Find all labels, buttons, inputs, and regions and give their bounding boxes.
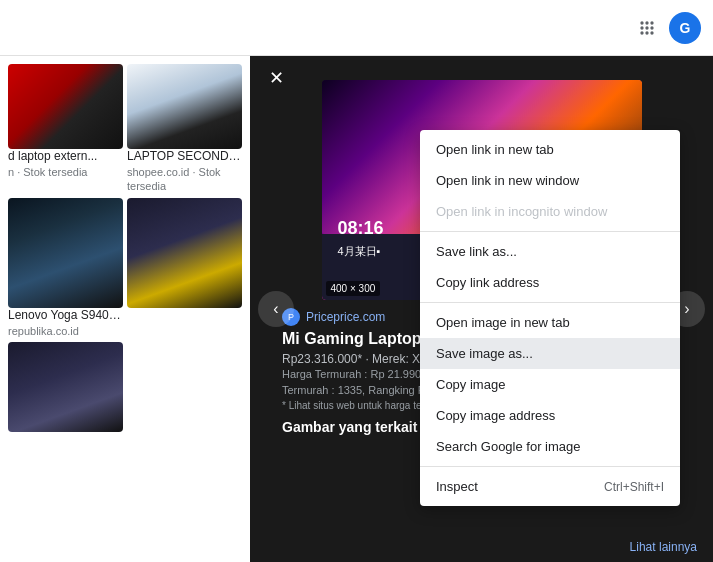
thumb-item-1[interactable]: d laptop extern... n · Stok tersedia <box>8 64 123 194</box>
thumb-row-3 <box>8 342 242 432</box>
thumb-title-3: Lenovo Yoga S940 Meluncur, Laptop de... <box>8 308 123 322</box>
thumb-item-3[interactable]: Lenovo Yoga S940 Meluncur, Laptop de... … <box>8 198 123 338</box>
thumb-row-1: d laptop extern... n · Stok tersedia LAP… <box>8 64 242 194</box>
laptop-thumb-img-2 <box>127 64 242 149</box>
laptop-thumb-img-4 <box>127 198 242 308</box>
thumb-title-1: d laptop extern... <box>8 149 123 163</box>
thumb-item-5[interactable] <box>8 342 123 432</box>
thumb-source-2: shopee.co.id · Stok tersedia <box>127 165 242 194</box>
left-panel: d laptop extern... n · Stok tersedia LAP… <box>0 56 250 562</box>
menu-open-image-new-tab[interactable]: Open image in new tab <box>420 307 680 338</box>
menu-search-google-image[interactable]: Search Google for image <box>420 431 680 462</box>
menu-copy-image-address[interactable]: Copy image address <box>420 400 680 431</box>
menu-save-image[interactable]: Save image as... <box>420 338 680 369</box>
menu-inspect-shortcut: Ctrl+Shift+I <box>604 480 664 494</box>
top-bar-icons: G <box>633 12 701 44</box>
menu-divider-3 <box>420 466 680 467</box>
avatar[interactable]: G <box>669 12 701 44</box>
menu-divider-1 <box>420 231 680 232</box>
context-menu: Open link in new tab Open link in new wi… <box>420 130 680 506</box>
thumb-item-2[interactable]: LAPTOP SECOND MURAH C... shopee.co.id · … <box>127 64 242 194</box>
thumb-row-2: Lenovo Yoga S940 Meluncur, Laptop de... … <box>8 198 242 338</box>
thumb-source-3: republika.co.id <box>8 324 123 338</box>
menu-copy-link[interactable]: Copy link address <box>420 267 680 298</box>
thumb-item-6 <box>127 342 242 432</box>
image-size-badge: 400 × 300 <box>326 281 381 296</box>
laptop-thumb-img-1 <box>8 64 123 149</box>
menu-copy-image[interactable]: Copy image <box>420 369 680 400</box>
laptop-thumb-img-3 <box>8 198 123 308</box>
menu-open-new-tab[interactable]: Open link in new tab <box>420 134 680 165</box>
laptop-thumb-img-5 <box>8 342 123 432</box>
menu-open-incognito[interactable]: Open link in incognito window <box>420 196 680 227</box>
menu-inspect[interactable]: Inspect Ctrl+Shift+I <box>420 471 680 502</box>
top-bar: G <box>0 0 713 56</box>
lihat-lainnya-link[interactable]: Lihat lainnya <box>630 540 697 554</box>
nav-prev-button[interactable]: ‹ <box>258 291 294 327</box>
thumb-item-4[interactable] <box>127 198 242 338</box>
menu-save-link[interactable]: Save link as... <box>420 236 680 267</box>
thumb-source-1: n · Stok tersedia <box>8 165 123 179</box>
menu-divider-2 <box>420 302 680 303</box>
close-button[interactable]: ✕ <box>262 64 290 92</box>
apps-icon[interactable] <box>633 14 661 42</box>
source-name: Priceprice.com <box>306 310 385 324</box>
laptop-time: 08:16 4月某日▪ <box>338 218 384 260</box>
thumb-title-2: LAPTOP SECOND MURAH C... <box>127 149 242 163</box>
menu-open-new-window[interactable]: Open link in new window <box>420 165 680 196</box>
